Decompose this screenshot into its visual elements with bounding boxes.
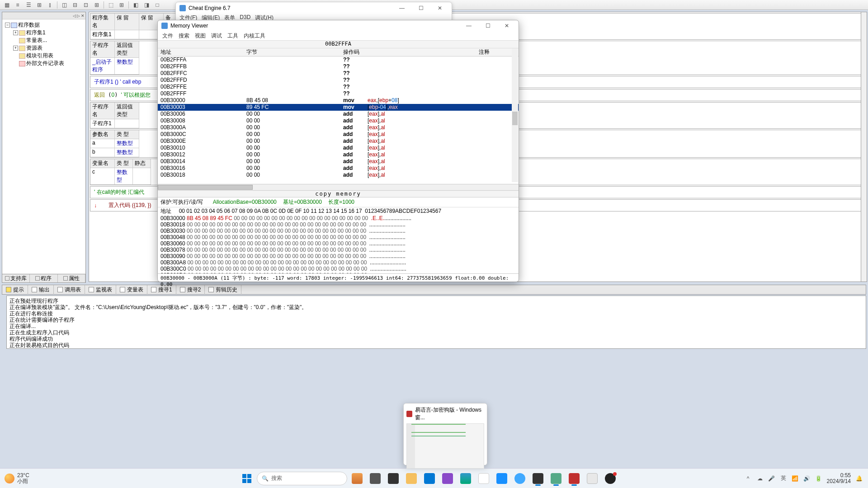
hex-dump[interactable]: 地址 00 01 02 03 04 05 06 07 08 09 0A 0B 0…: [158, 207, 519, 273]
toolbar-icon[interactable]: ☰: [24, 1, 33, 9]
toolbar-icon[interactable]: ⊞: [34, 1, 44, 9]
panel-btn[interactable]: ◁: [73, 14, 76, 18]
tab-watch[interactable]: 监视表: [85, 285, 116, 295]
menu-item[interactable]: 工具: [227, 32, 238, 39]
tree-item[interactable]: 外部文件记录表: [3, 60, 85, 67]
disasm-row[interactable]: 00B3001600 00add[eax],al: [158, 165, 519, 172]
vertical-scrollbar[interactable]: [512, 48, 518, 182]
toolbar-icon[interactable]: ⊟: [70, 1, 80, 9]
disasm-row[interactable]: 00B2FFFC??: [158, 70, 519, 77]
toolbar-icon[interactable]: ◨: [142, 1, 151, 9]
close-button[interactable]: ✕: [432, 3, 448, 13]
notifications-icon[interactable]: 🔔: [855, 475, 863, 482]
panel-btn[interactable]: ▷: [77, 14, 80, 18]
weather-widget[interactable]: 23°C小雨: [5, 473, 29, 484]
tree-root[interactable]: −程序数据: [3, 21, 85, 29]
disasm-row[interactable]: 00B2FFFD??: [158, 77, 519, 84]
tab-hint[interactable]: 提示: [2, 285, 28, 295]
menu-item[interactable]: 调试: [211, 32, 222, 39]
toolbar-icon[interactable]: ⬚: [106, 1, 116, 9]
disasm-row[interactable]: 00B3001000 00add[eax],al: [158, 145, 519, 151]
disassembly-list[interactable]: 00B2FFFA??00B2FFFB??00B2FFFC??00B2FFFD??…: [158, 56, 519, 184]
tab-clip[interactable]: 剪辑历史: [205, 285, 241, 295]
disasm-row[interactable]: 00B3000A00 00add[eax],al: [158, 124, 519, 131]
tab-program[interactable]: 程序: [30, 274, 57, 282]
hex-row[interactable]: 00B30030 00 00 00 00 00 00 00 00 00 00 0…: [160, 228, 516, 234]
horizontal-scrollbar[interactable]: [158, 184, 519, 190]
taskbar-app[interactable]: [367, 470, 383, 487]
disasm-row[interactable]: 00B3001400 00add[eax],al: [158, 158, 519, 165]
tab-support-lib[interactable]: 支持库: [2, 274, 30, 282]
taskbar-app[interactable]: [385, 470, 401, 487]
tree-item[interactable]: +资源表: [3, 44, 85, 52]
elang-icon[interactable]: [566, 470, 582, 487]
toolbar-icon[interactable]: ⊞: [92, 1, 102, 9]
hex-row[interactable]: 00B30018 00 00 00 00 00 00 00 00 00 00 0…: [160, 221, 516, 228]
goto-address[interactable]: 00B2FFFA: [158, 40, 519, 48]
toolbar-icon[interactable]: ◧: [131, 1, 141, 9]
taskbar-app[interactable]: [421, 470, 438, 487]
disasm-row[interactable]: 00B3001200 00add[eax],al: [158, 151, 519, 158]
copy-memory-label[interactable]: copy memory: [158, 190, 519, 197]
clock[interactable]: 0:552024/9/14: [827, 473, 851, 484]
toolbar-icon[interactable]: ▦: [2, 1, 12, 9]
disasm-row[interactable]: 00B3000600 00add[eax],al: [158, 111, 519, 117]
disasm-row[interactable]: 00B2FFFB??: [158, 63, 519, 70]
disasm-row[interactable]: 00B3000389 45 FCmov[ebp-04],eax: [158, 104, 519, 111]
hex-row[interactable]: 00B30078 00 00 00 00 00 00 00 00 00 00 0…: [160, 247, 516, 253]
mic-icon[interactable]: 🎤: [768, 475, 775, 482]
hex-row[interactable]: 00B300C0 00 00 00 00 00 00 00 00 00 00 0…: [160, 266, 516, 272]
calculator-icon[interactable]: [584, 470, 600, 487]
disasm-row[interactable]: 00B2FFFA??: [158, 56, 519, 63]
tab-output[interactable]: 输出: [28, 285, 54, 295]
toolbar-icon[interactable]: ⊡: [81, 1, 91, 9]
disasm-row[interactable]: 00B2FFFF??: [158, 90, 519, 97]
disasm-row[interactable]: 00B3001800 00add[eax],al: [158, 172, 519, 178]
scrollbar[interactable]: [861, 12, 867, 282]
taskbar-app[interactable]: [548, 470, 564, 487]
taskbar-app[interactable]: [349, 470, 365, 487]
tab-call[interactable]: 调用表: [54, 285, 85, 295]
maximize-button[interactable]: ☐: [480, 21, 496, 31]
file-explorer-icon[interactable]: [403, 470, 420, 487]
tab-var[interactable]: 变量表: [116, 285, 147, 295]
maximize-button[interactable]: ☐: [413, 3, 429, 13]
taskbar-preview[interactable]: 易语言-加密狗版 - Windows窗...: [403, 403, 487, 465]
volume-icon[interactable]: 🔊: [803, 475, 811, 482]
toolbar-icon[interactable]: ⫿: [45, 1, 55, 9]
toolbar-icon[interactable]: ⊞: [117, 1, 127, 9]
minimize-button[interactable]: —: [394, 3, 410, 13]
hex-row[interactable]: 00B300A8 00 00 00 00 00 00 00 00 00 00 0…: [160, 259, 516, 266]
tree-item[interactable]: 模块引用表: [3, 52, 85, 60]
taskbar-app[interactable]: [494, 470, 510, 487]
close-button[interactable]: ✕: [499, 21, 515, 31]
menu-item[interactable]: 内核工具: [244, 32, 265, 39]
tab-search2[interactable]: 搜寻2: [176, 285, 205, 295]
tree-item[interactable]: 常量表...: [3, 37, 85, 44]
disasm-row[interactable]: 00B300008B 45 08moveax,[ebp+08]: [158, 97, 519, 104]
minimize-button[interactable]: —: [461, 21, 477, 31]
tray-chevron-icon[interactable]: ^: [745, 475, 752, 482]
search-input[interactable]: 🔍搜索: [257, 472, 347, 485]
hex-row[interactable]: 00B30000 8B 45 08 89 45 FC 00 00 00 00 0…: [160, 215, 516, 221]
disasm-row[interactable]: 00B3000C00 00add[eax],al: [158, 131, 519, 138]
disasm-row[interactable]: 00B2FFFE??: [158, 84, 519, 90]
edge-icon[interactable]: [458, 470, 474, 487]
panel-close-icon[interactable]: ✕: [81, 14, 85, 18]
tree-item[interactable]: +程序集1: [3, 29, 85, 37]
taskbar-app[interactable]: [512, 470, 528, 487]
menu-item[interactable]: 视图: [195, 32, 206, 39]
hex-row[interactable]: 00B30060 00 00 00 00 00 00 00 00 00 00 0…: [160, 240, 516, 247]
toolbar-icon[interactable]: □: [152, 1, 162, 9]
preview-thumbnail[interactable]: [406, 423, 484, 469]
toolbar-icon[interactable]: ≡: [13, 1, 23, 9]
menu-item[interactable]: 搜索: [179, 32, 189, 39]
toolbar-icon[interactable]: ◫: [59, 1, 69, 9]
ime-icon[interactable]: 英: [780, 475, 787, 482]
tab-properties[interactable]: 属性: [58, 274, 85, 282]
qq-icon[interactable]: [476, 470, 492, 487]
taskbar-app[interactable]: [602, 470, 618, 487]
start-button[interactable]: [239, 470, 255, 487]
menu-item[interactable]: 文件: [162, 32, 173, 39]
cheat-engine-icon[interactable]: [530, 470, 546, 487]
